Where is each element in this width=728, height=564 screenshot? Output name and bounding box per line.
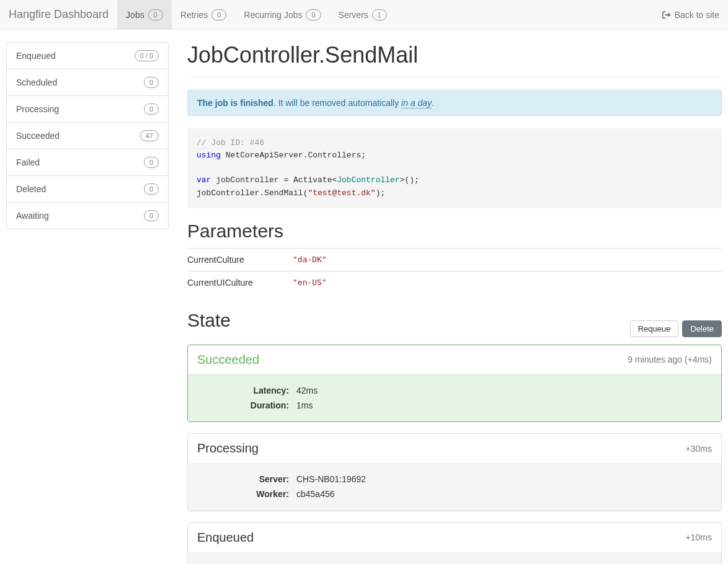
state-header: State Requeue Delete bbox=[187, 310, 722, 337]
param-key: CurrentCulture bbox=[187, 248, 293, 271]
sidebar-item-count: 0 bbox=[144, 210, 159, 221]
nav-tab-label: Recurring Jobs bbox=[244, 10, 302, 20]
state-name: Enqueued bbox=[197, 531, 254, 545]
code-type: JobController bbox=[337, 175, 399, 185]
nav-tab-jobs[interactable]: Jobs 0 bbox=[117, 0, 172, 30]
alert-strong: The job is finished bbox=[197, 98, 273, 108]
sign-out-icon bbox=[662, 11, 671, 19]
kv-value: 42ms bbox=[296, 384, 317, 399]
nav-tab-count: 0 bbox=[148, 9, 163, 20]
job-finished-alert: The job is finished. It will be removed … bbox=[187, 90, 722, 116]
sidebar-item-processing[interactable]: Processing 0 bbox=[7, 96, 168, 123]
nav-tab-count: 0 bbox=[306, 9, 321, 20]
kv-value: cb45a456 bbox=[296, 487, 335, 502]
state-card-enqueued: Enqueued +10ms Queue:default bbox=[187, 522, 722, 564]
sidebar-item-failed[interactable]: Failed 0 bbox=[7, 149, 168, 176]
code-text: jobController = Activate< bbox=[211, 175, 337, 185]
alert-end: . bbox=[432, 98, 434, 108]
delete-button[interactable]: Delete bbox=[682, 320, 722, 337]
sidebar-item-count: 0 / 0 bbox=[135, 50, 159, 61]
state-name: Processing bbox=[197, 441, 259, 456]
nav-tab-retries[interactable]: Retries 0 bbox=[172, 0, 235, 30]
main-content: JobController.SendMail The job is finish… bbox=[187, 42, 722, 564]
brand-link[interactable]: Hangfire Dashboard bbox=[9, 8, 109, 21]
nav-tab-count: 1 bbox=[372, 9, 387, 20]
state-name: Succeeded bbox=[197, 353, 259, 367]
nav-tab-servers[interactable]: Servers 1 bbox=[330, 0, 396, 30]
kv-value: CHS-NB01:19692 bbox=[296, 472, 366, 487]
state-time: +10ms bbox=[686, 532, 712, 542]
param-value: "en-US" bbox=[293, 271, 722, 294]
table-row: CurrentUICulture "en-US" bbox=[187, 271, 722, 294]
page-title: JobController.SendMail bbox=[187, 42, 722, 68]
sidebar-item-count: 0 bbox=[144, 183, 159, 195]
kv-value: 1ms bbox=[296, 399, 313, 413]
sidebar-item-count: 0 bbox=[144, 104, 159, 115]
state-card-processing: Processing +30ms Server:CHS-NB01:19692 W… bbox=[187, 433, 722, 511]
sidebar-item-label: Awaiting bbox=[16, 211, 49, 221]
sidebar-item-label: Deleted bbox=[16, 184, 46, 194]
sidebar-item-count: 47 bbox=[140, 130, 159, 141]
code-text: >(); bbox=[400, 175, 419, 185]
kv-key: Worker: bbox=[197, 487, 296, 502]
table-row: CurrentCulture "da-DK" bbox=[187, 248, 722, 271]
job-code: // Job ID: #46 using NetCoreApiServer.Co… bbox=[187, 128, 722, 208]
code-comment: // Job ID: #46 bbox=[197, 138, 264, 148]
sidebar-item-label: Enqueued bbox=[16, 51, 56, 61]
nav-tab-label: Servers bbox=[339, 10, 368, 20]
parameters-heading: Parameters bbox=[187, 221, 722, 242]
code-text: NetCoreApiServer.Controllers; bbox=[221, 151, 366, 160]
code-text: ); bbox=[376, 188, 386, 198]
requeue-button[interactable]: Requeue bbox=[630, 320, 679, 337]
nav-tab-label: Retries bbox=[180, 10, 208, 20]
sidebar-item-deleted[interactable]: Deleted 0 bbox=[7, 176, 168, 203]
code-text: jobController.SendMail( bbox=[197, 188, 308, 198]
alert-time: in a day bbox=[401, 98, 432, 108]
sidebar-item-label: Processing bbox=[16, 104, 59, 114]
sidebar: Enqueued 0 / 0 Scheduled 0 Processing 0 … bbox=[6, 42, 169, 229]
kv-key: Duration: bbox=[197, 399, 296, 413]
param-key: CurrentUICulture bbox=[187, 271, 293, 294]
sidebar-item-succeeded[interactable]: Succeeded 47 bbox=[7, 123, 168, 149]
nav-tab-recurring[interactable]: Recurring Jobs 0 bbox=[235, 0, 329, 30]
navbar-tabs: Jobs 0 Retries 0 Recurring Jobs 0 Server… bbox=[117, 0, 662, 30]
state-heading: State bbox=[187, 310, 231, 331]
state-time: +30ms bbox=[686, 444, 712, 454]
sidebar-item-count: 0 bbox=[144, 77, 159, 88]
code-keyword: var bbox=[197, 175, 211, 185]
state-actions: Requeue Delete bbox=[630, 320, 722, 337]
sidebar-item-label: Succeeded bbox=[16, 131, 60, 141]
code-keyword: using bbox=[197, 151, 221, 160]
divider bbox=[187, 77, 722, 77]
sidebar-item-label: Scheduled bbox=[16, 77, 57, 87]
sidebar-item-count: 0 bbox=[144, 157, 159, 168]
back-to-site-link[interactable]: Back to site bbox=[662, 10, 719, 20]
back-to-site-label: Back to site bbox=[675, 10, 719, 20]
parameters-table: CurrentCulture "da-DK" CurrentUICulture … bbox=[187, 248, 722, 294]
sidebar-item-label: Failed bbox=[16, 157, 40, 167]
nav-tab-label: Jobs bbox=[126, 10, 144, 20]
sidebar-item-enqueued[interactable]: Enqueued 0 / 0 bbox=[7, 43, 168, 69]
nav-tab-count: 0 bbox=[211, 9, 226, 20]
param-value: "da-DK" bbox=[293, 248, 722, 271]
state-time: 9 minutes ago (+4ms) bbox=[628, 355, 712, 364]
sidebar-item-scheduled[interactable]: Scheduled 0 bbox=[7, 69, 168, 96]
navbar: Hangfire Dashboard Jobs 0 Retries 0 Recu… bbox=[0, 0, 728, 30]
kv-key: Latency: bbox=[197, 384, 296, 399]
kv-key: Queue: bbox=[197, 562, 296, 564]
sidebar-item-awaiting[interactable]: Awaiting 0 bbox=[7, 203, 168, 229]
kv-key: Server: bbox=[197, 472, 296, 487]
alert-text: . It will be removed automatically bbox=[273, 98, 401, 108]
state-card-succeeded: Succeeded 9 minutes ago (+4ms) Latency:4… bbox=[187, 345, 722, 423]
code-string: "test@test.dk" bbox=[308, 188, 375, 198]
